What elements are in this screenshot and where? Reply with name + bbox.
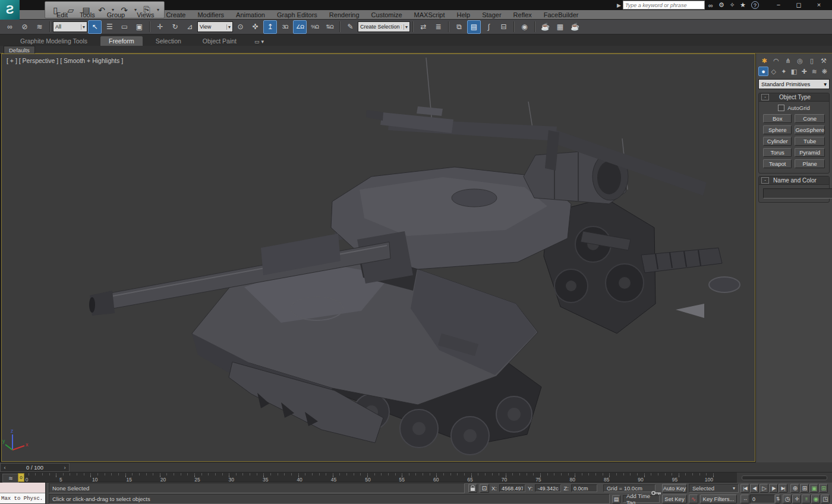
display-tab-icon[interactable]: ▯ [807, 56, 817, 65]
go-to-start-icon[interactable]: |◀ [740, 484, 749, 493]
menu-item-graph-editors[interactable]: Graph Editors [271, 11, 323, 18]
align-icon[interactable]: ≣ [431, 20, 445, 34]
selection-lock-icon[interactable] [468, 484, 477, 493]
communication-icon[interactable]: ✧ [727, 1, 737, 10]
window-crossing-icon[interactable]: ▣ [133, 20, 146, 34]
named-selection-set-dropdown[interactable]: Create Selection Se▾ [358, 21, 410, 32]
object-type-button-geosphere[interactable]: GeoSphere [795, 125, 825, 134]
select-and-move-icon[interactable]: ✛ [153, 20, 167, 34]
motion-tab-icon[interactable]: ◎ [795, 56, 805, 65]
render-setup-icon[interactable]: ☕ [538, 20, 552, 34]
ribbon-tab-selection[interactable]: Selection [147, 36, 190, 46]
wrench-icon[interactable]: ⚙ [717, 1, 726, 10]
space-warps-category-icon[interactable]: ≋ [809, 67, 820, 76]
object-type-button-pyramid[interactable]: Pyramid [795, 148, 825, 157]
search-input[interactable] [623, 1, 705, 10]
favorites-icon[interactable]: ★ [738, 1, 748, 10]
name-and-color-rollout-header[interactable]: - Name and Color [759, 177, 829, 185]
minimize-button[interactable]: − [773, 1, 784, 8]
material-editor-icon[interactable]: ◉ [518, 20, 531, 34]
go-to-end-icon[interactable]: ▶| [779, 484, 787, 493]
helpers-category-icon[interactable]: ✚ [799, 67, 809, 76]
curve-editor-icon[interactable]: ∫ [482, 20, 496, 34]
menu-item-modifiers[interactable]: Modifiers [191, 11, 230, 18]
z-coordinate-field[interactable] [571, 484, 597, 492]
search-icon[interactable]: ∞ [706, 1, 716, 10]
orbit-icon[interactable]: ◉ [811, 494, 820, 503]
angle-snap-toggle-icon[interactable]: ∠Ω [293, 20, 307, 34]
y-coordinate-field[interactable] [535, 484, 561, 492]
rendered-frame-window-icon[interactable]: ▦ [553, 20, 567, 34]
geometry-category-icon[interactable]: ● [758, 67, 768, 76]
menu-item-rendering[interactable]: Rendering [323, 11, 365, 18]
time-configuration-icon[interactable]: ◷ [783, 494, 792, 503]
close-button[interactable]: × [813, 1, 825, 8]
viewport-3d-scene[interactable]: z x y [2, 54, 755, 461]
object-type-button-sphere[interactable]: Sphere [763, 125, 792, 134]
timeline-scroll-area[interactable] [737, 472, 832, 483]
select-and-manipulate-icon[interactable]: ✜ [248, 20, 262, 34]
select-and-rotate-icon[interactable]: ↻ [168, 20, 182, 34]
menu-item-customize[interactable]: Customize [365, 11, 408, 18]
snaps-toggle-icon[interactable]: 3Ω [278, 20, 292, 34]
utilities-tab-icon[interactable]: ⚒ [819, 56, 829, 65]
menu-item-create[interactable]: Create [160, 11, 191, 18]
pan-icon[interactable]: ✢ [792, 494, 801, 503]
render-production-icon[interactable]: ☕ [568, 20, 582, 34]
select-and-place-icon[interactable]: ↥ [263, 20, 277, 34]
systems-category-icon[interactable]: ❋ [820, 67, 830, 76]
object-type-rollout-header[interactable]: - Object Type [759, 93, 829, 102]
ribbon-tab-freeform[interactable]: Freeform [100, 36, 143, 46]
menu-item-stager[interactable]: Stager [476, 11, 507, 18]
zoom-all-icon[interactable]: ⊞ [800, 484, 809, 493]
macro-recorder-pane[interactable] [0, 483, 45, 493]
set-key-button[interactable]: Set Key [662, 494, 687, 503]
menu-item-tools[interactable]: Tools [74, 11, 101, 18]
select-by-name-icon[interactable]: ☰ [103, 20, 116, 34]
primitive-category-dropdown[interactable]: Standard Primitives ▾ [758, 79, 830, 89]
mirror-icon[interactable]: ⇄ [417, 20, 430, 34]
zoom-icon[interactable]: ⊕ [790, 484, 799, 493]
menu-item-facebuilder[interactable]: FaceBuilder [538, 11, 585, 18]
hierarchy-tab-icon[interactable]: ⋔ [783, 56, 793, 65]
object-type-button-teapot[interactable]: Teapot [763, 159, 792, 168]
object-type-button-cone[interactable]: Cone [795, 114, 825, 123]
object-type-button-cylinder[interactable]: Cylinder [763, 137, 792, 146]
current-frame-field[interactable] [750, 494, 775, 503]
play-icon[interactable]: ▷ [759, 484, 768, 493]
zoom-extents-icon[interactable]: ▣ [809, 484, 818, 493]
edit-named-selection-sets-icon[interactable]: ✎ [343, 20, 357, 34]
object-type-button-box[interactable]: Box [763, 114, 792, 123]
maxscript-mini-listener[interactable]: Max to Physc. [0, 483, 46, 504]
search-expand-icon[interactable]: ▶ [617, 2, 622, 8]
time-slider[interactable]: ‹ 0 / 100 › [0, 463, 70, 472]
viewport[interactable]: [ + ] [ Perspective ] [ Smooth + Highlig… [1, 53, 755, 462]
rectangular-selection-region-icon[interactable]: ▭ [118, 20, 131, 34]
isolate-key-icon[interactable] [651, 487, 661, 498]
menu-item-help[interactable]: Help [451, 11, 477, 18]
modify-tab-icon[interactable]: ◠ [771, 56, 781, 65]
object-type-button-plane[interactable]: Plane [795, 159, 825, 168]
frame-spinner[interactable]: ⇅ [775, 494, 780, 503]
help-icon[interactable]: ? [751, 1, 759, 9]
menu-item-animation[interactable]: Animation [230, 11, 271, 18]
app-logo-icon[interactable]: S [0, 0, 20, 20]
absolute-mode-icon[interactable]: ⊡ [480, 484, 489, 493]
ribbon-tab-object-paint[interactable]: Object Paint [194, 36, 245, 46]
menu-item-group[interactable]: Group [101, 11, 131, 18]
listener-pane[interactable]: Max to Physc. [0, 493, 45, 503]
menu-item-edit[interactable]: Edit [51, 11, 74, 18]
menu-item-maxscript[interactable]: MAXScript [408, 11, 451, 18]
menu-item-reflex[interactable]: Reflex [508, 11, 538, 18]
maximize-viewport-toggle-icon[interactable]: ◳ [821, 494, 830, 503]
auto-key-button[interactable]: Auto Key [662, 484, 687, 493]
current-frame-marker[interactable]: 0 [18, 473, 24, 482]
select-and-scale-icon[interactable]: ⊿ [183, 20, 197, 34]
unlink-selection-icon[interactable]: ⊘ [18, 20, 31, 34]
walk-through-icon[interactable]: ‼ [802, 494, 811, 503]
key-mode-toggle-icon[interactable]: ↔ [740, 494, 749, 503]
create-tab-icon[interactable]: ✱ [759, 56, 770, 65]
restore-button[interactable]: ◻ [793, 1, 805, 9]
defaults-tab[interactable]: Defaults [4, 46, 35, 53]
zoom-extents-all-icon[interactable]: ⊞ [819, 484, 828, 493]
